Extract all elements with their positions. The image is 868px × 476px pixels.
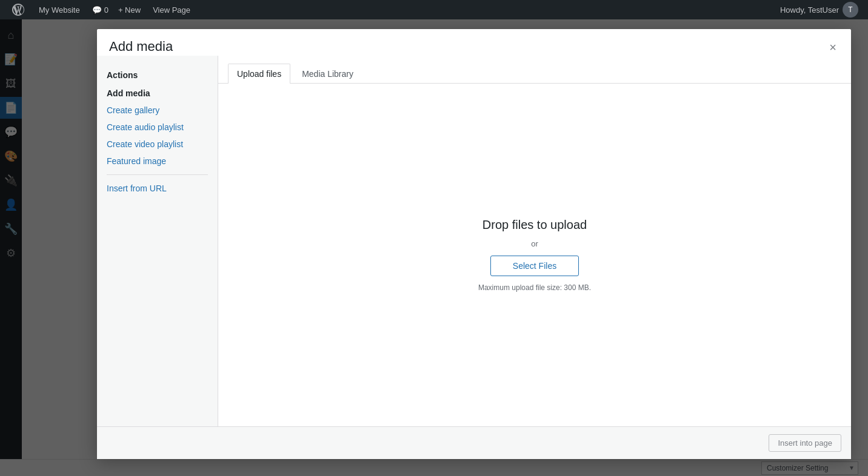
howdy-item[interactable]: Howdy, TestUser T: [775, 2, 863, 18]
page-wrap: ⌂ 📝 🖼 📄 💬 🎨 🔌 👤 🔧 ⚙ Add media × Actions …: [0, 19, 868, 476]
insert-into-page-button[interactable]: Insert into page: [769, 434, 841, 452]
sidebar-item-add-media[interactable]: Add media: [97, 85, 218, 102]
sidebar-section-title: Actions: [97, 65, 218, 85]
site-name: My Website: [39, 5, 80, 15]
new-label: + New: [118, 5, 141, 15]
sidebar-item-create-gallery[interactable]: Create gallery: [97, 102, 218, 119]
modal-title: Add media: [109, 39, 173, 55]
sidebar-item-create-audio-playlist[interactable]: Create audio playlist: [97, 119, 218, 136]
avatar: T: [843, 2, 858, 18]
tab-media-library[interactable]: Media Library: [293, 64, 362, 84]
view-page-label: View Page: [153, 5, 190, 15]
admin-bar: My Website 💬 0 + New View Page Howdy, Te…: [0, 0, 868, 19]
upload-area: Drop files to upload or Select Files Max…: [218, 84, 851, 426]
sidebar-divider: [107, 174, 208, 175]
comments-item[interactable]: 💬 0: [87, 0, 113, 19]
drop-text: Drop files to upload: [482, 218, 587, 232]
modal-sidebar: Actions Add media Create gallery Create …: [97, 56, 218, 426]
modal-body: Actions Add media Create gallery Create …: [97, 56, 851, 426]
howdy-text: Howdy, TestUser: [780, 5, 839, 15]
upload-limit-text: Maximum upload file size: 300 MB.: [478, 283, 591, 292]
site-name-item[interactable]: My Website: [32, 0, 87, 19]
wp-logo-icon: [12, 4, 24, 16]
sidebar-item-insert-url[interactable]: Insert from URL: [97, 180, 218, 197]
sidebar-item-featured-image[interactable]: Featured image: [97, 153, 218, 170]
modal-tabs: Upload files Media Library: [218, 56, 851, 84]
modal-main: Upload files Media Library Drop files to…: [218, 56, 851, 426]
modal-header: Add media ×: [97, 29, 851, 56]
tab-upload-files[interactable]: Upload files: [228, 64, 290, 84]
view-page-item[interactable]: View Page: [145, 0, 198, 19]
new-content-item[interactable]: + New: [113, 0, 145, 19]
modal-footer: Insert into page: [97, 426, 851, 459]
wp-logo-item[interactable]: [5, 0, 32, 19]
modal-close-button[interactable]: ×: [827, 39, 839, 56]
comment-count: 0: [104, 5, 109, 15]
or-text: or: [531, 239, 538, 248]
sidebar-item-create-video-playlist[interactable]: Create video playlist: [97, 136, 218, 153]
comment-icon: 💬: [92, 5, 102, 15]
select-files-button[interactable]: Select Files: [490, 256, 579, 276]
add-media-modal: Add media × Actions Add media Create gal…: [97, 29, 851, 459]
